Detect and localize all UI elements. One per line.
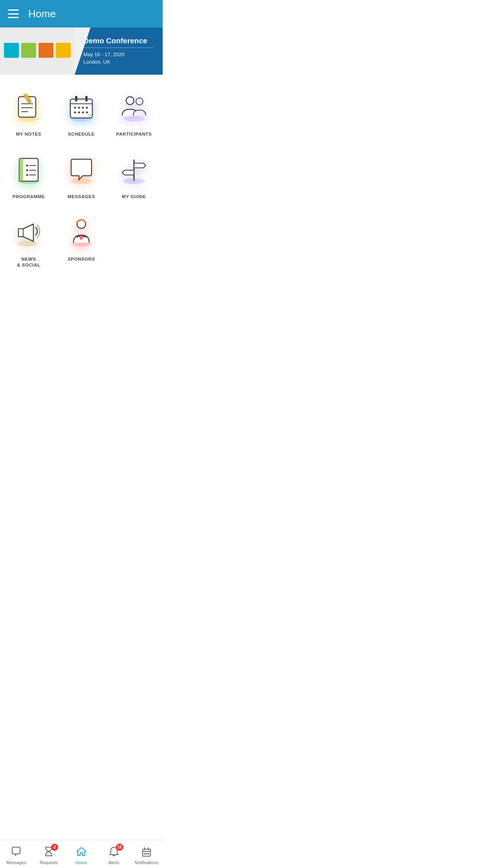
messages-icon	[62, 151, 100, 189]
grid-item-programme[interactable]: PROGRAMME	[3, 147, 54, 205]
programme-label: PROGRAMME	[13, 194, 45, 200]
banner-info: Demo Conference May 16 - 17, 2020 London…	[75, 28, 163, 75]
svg-point-18	[78, 107, 80, 109]
my-notes-icon	[10, 89, 48, 127]
participants-label: PARTICIPANTS	[116, 131, 152, 137]
svg-point-40	[17, 241, 37, 246]
svg-point-25	[123, 116, 145, 121]
schedule-label: SCHEDULE	[68, 131, 95, 137]
conference-banner: Demo Conference May 16 - 17, 2020 London…	[0, 28, 163, 75]
svg-point-17	[74, 107, 76, 109]
menu-icon[interactable]	[8, 9, 19, 18]
my-notes-label: MY NOTES	[16, 131, 42, 137]
my-guide-icon	[115, 151, 153, 189]
page-title: Home	[28, 8, 56, 20]
sponsors-label: SPONSORS	[68, 256, 95, 262]
participants-icon	[115, 89, 153, 127]
svg-point-33	[26, 169, 28, 171]
programme-icon	[10, 151, 48, 189]
conference-location: London, UK	[83, 58, 154, 66]
svg-rect-41	[18, 229, 23, 237]
grid-item-participants[interactable]: PARTICIPANTS	[108, 84, 160, 143]
svg-point-35	[26, 174, 28, 176]
sponsors-icon	[62, 214, 100, 252]
conference-name: Demo Conference	[83, 37, 154, 45]
svg-point-20	[86, 107, 88, 109]
svg-point-19	[82, 107, 84, 109]
svg-rect-30	[19, 158, 23, 181]
header: Home	[0, 0, 163, 28]
grid-empty-cell	[108, 209, 160, 274]
grid-item-my-notes[interactable]: MY NOTES	[3, 84, 54, 143]
svg-point-31	[26, 164, 28, 166]
page-content: Demo Conference May 16 - 17, 2020 London…	[0, 28, 163, 311]
grid-item-news-social[interactable]: NEWS& SOCIAL	[3, 209, 54, 274]
svg-point-27	[136, 98, 143, 105]
svg-point-24	[86, 112, 88, 114]
messages-label: MESSAGES	[68, 194, 95, 200]
logo-svg	[4, 40, 71, 62]
banner-logo-area	[0, 28, 75, 75]
news-social-label: NEWS& SOCIAL	[17, 256, 40, 268]
grid-item-schedule[interactable]: SCHEDULE	[56, 84, 107, 143]
feature-grid: MY NOTES	[0, 75, 163, 280]
news-social-icon	[10, 214, 48, 252]
svg-rect-16	[85, 96, 88, 101]
svg-rect-0	[4, 43, 19, 58]
grid-item-messages[interactable]: MESSAGES	[56, 147, 107, 205]
my-guide-label: MY GUIDE	[122, 194, 146, 200]
svg-point-26	[126, 97, 134, 105]
conference-logo	[4, 40, 71, 62]
schedule-icon	[62, 89, 100, 127]
grid-item-sponsors[interactable]: SPONSORS	[56, 209, 107, 274]
svg-point-22	[78, 112, 80, 114]
svg-point-21	[74, 112, 76, 114]
conference-dates: May 16 - 17, 2020	[83, 51, 154, 59]
svg-point-37	[70, 178, 92, 184]
grid-item-my-guide[interactable]: MY GUIDE	[108, 147, 160, 205]
svg-point-23	[82, 112, 84, 114]
svg-rect-15	[75, 96, 77, 101]
svg-rect-1	[21, 43, 36, 58]
